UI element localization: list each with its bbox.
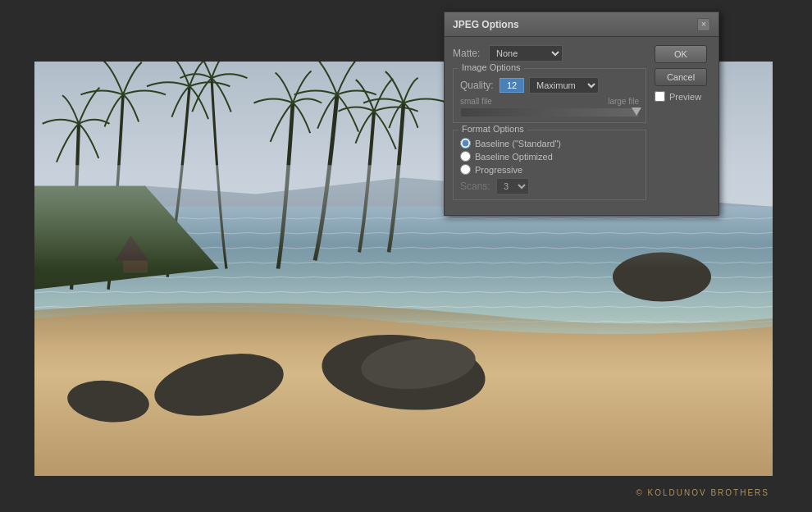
dialog-right-panel: OK Cancel Preview — [655, 45, 710, 207]
quality-row: Quality: Low Medium High Very High Maxim… — [460, 77, 639, 94]
preview-checkbox[interactable] — [655, 91, 665, 102]
slider-left-label: small file — [460, 97, 492, 106]
dialog-left-panel: Matte: None White Black 50% Gray Image O… — [453, 45, 646, 207]
progressive-radio[interactable] — [460, 164, 471, 175]
matte-row: Matte: None White Black 50% Gray — [453, 45, 646, 62]
cancel-button[interactable]: Cancel — [655, 68, 707, 86]
scans-select[interactable]: 3 4 5 — [496, 178, 529, 194]
dialog-body: Matte: None White Black 50% Gray Image O… — [445, 37, 718, 215]
watermark: © KOLDUNOV BROTHERS — [636, 488, 769, 497]
dialog-titlebar: JPEG Options × — [445, 12, 718, 37]
image-options-section: Image Options Quality: Low Medium High V… — [453, 68, 646, 123]
baseline-standard-radio[interactable] — [460, 138, 471, 149]
scans-row: Scans: 3 4 5 — [460, 178, 639, 194]
baseline-optimized-label[interactable]: Baseline Optimized — [475, 152, 553, 162]
close-button[interactable]: × — [697, 18, 710, 31]
dialog-title: JPEG Options — [453, 19, 519, 30]
progressive-row: Progressive — [460, 164, 639, 175]
baseline-optimized-radio[interactable] — [460, 151, 471, 162]
quality-slider-row: small file large file — [460, 97, 639, 117]
close-icon: × — [701, 20, 706, 29]
matte-select[interactable]: None White Black 50% Gray — [489, 45, 563, 62]
slider-right-label: large file — [608, 97, 639, 106]
preview-label[interactable]: Preview — [669, 92, 701, 102]
format-options-section: Format Options Baseline ("Standard") Bas… — [453, 130, 646, 200]
matte-label: Matte: — [453, 48, 484, 59]
quality-label: Quality: — [460, 80, 495, 91]
baseline-standard-label[interactable]: Baseline ("Standard") — [475, 139, 561, 149]
baseline-optimized-row: Baseline Optimized — [460, 151, 639, 162]
scans-label: Scans: — [460, 181, 491, 192]
quality-preset-select[interactable]: Low Medium High Very High Maximum — [529, 77, 599, 94]
baseline-standard-row: Baseline ("Standard") — [460, 138, 639, 149]
quality-input[interactable] — [500, 78, 524, 93]
format-options-legend: Format Options — [458, 124, 527, 134]
quality-slider[interactable] — [460, 107, 639, 117]
slider-labels: small file large file — [460, 97, 639, 106]
jpeg-options-dialog: JPEG Options × Matte: None White Black 5… — [444, 11, 719, 216]
progressive-label[interactable]: Progressive — [475, 165, 522, 175]
image-options-legend: Image Options — [458, 62, 524, 72]
ok-button[interactable]: OK — [655, 45, 707, 63]
slider-thumb — [632, 107, 641, 116]
preview-row: Preview — [655, 91, 710, 102]
